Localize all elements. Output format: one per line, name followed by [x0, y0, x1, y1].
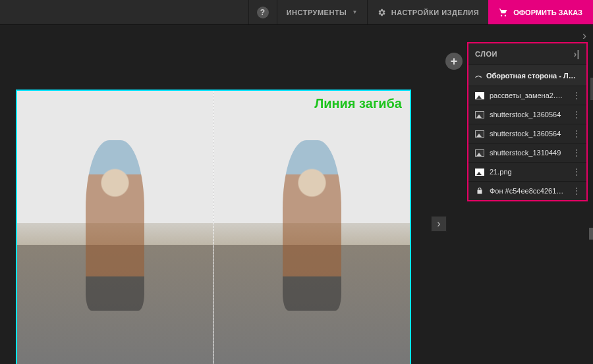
help-button[interactable]: ?	[248, 0, 277, 24]
layer-more-icon[interactable]: ⋮	[572, 186, 581, 195]
tools-label: ИНСТРУМЕНТЫ	[287, 9, 347, 16]
back-cover-page[interactable]	[17, 91, 213, 364]
add-button[interactable]: +	[445, 53, 463, 70]
side-handle[interactable]	[589, 228, 593, 240]
layer-more-icon[interactable]: ⋮	[572, 129, 581, 138]
photo-placeholder	[17, 91, 213, 364]
gear-icon	[377, 8, 386, 17]
tools-menu[interactable]: ИНСТРУМЕНТЫ ▼	[277, 0, 367, 24]
layer-more-icon[interactable]: ⋮	[572, 148, 581, 157]
layer-item[interactable]: shutterstock_1360564⋮	[468, 105, 586, 124]
canvas-container: Корешок Линия загиба	[16, 90, 411, 364]
chevron-down-icon: ▼	[352, 9, 357, 15]
layer-name: shutterstock_1310449	[490, 149, 567, 157]
layer-more-icon[interactable]: ⋮	[572, 91, 581, 100]
layer-more-icon[interactable]: ⋮	[572, 110, 581, 119]
editor-area: › + Корешок Линия загиба › СЛОИ ›| ︿ Обо…	[0, 25, 593, 364]
expand-side-button[interactable]: ›	[431, 216, 447, 232]
side-handle-upper[interactable]	[590, 78, 593, 100]
layer-name: 21.png	[490, 168, 567, 176]
layers-header: СЛОИ ›|	[468, 43, 586, 65]
panel-collapse-right[interactable]: ›	[582, 29, 586, 43]
image-dark-icon	[475, 148, 484, 157]
layer-name: Фон #c54ee8cc426145fbad…	[490, 187, 567, 195]
layer-item[interactable]: рассветы_замена2.png⋮	[468, 86, 586, 105]
lock-icon	[475, 186, 484, 195]
layer-item[interactable]: shutterstock_1360564⋮	[468, 124, 586, 143]
place-order-button[interactable]: ОФОРМИТЬ ЗАКАЗ	[488, 0, 593, 24]
collapse-panel-icon[interactable]: ›|	[573, 49, 580, 59]
order-label: ОФОРМИТЬ ЗАКАЗ	[513, 9, 582, 16]
layer-item[interactable]: Фон #c54ee8cc426145fbad…⋮	[468, 181, 586, 200]
layers-title: СЛОИ	[475, 50, 497, 58]
layer-item[interactable]: 21.png⋮	[468, 162, 586, 181]
layer-name: shutterstock_1360564	[490, 130, 567, 138]
layer-item[interactable]: shutterstock_1310449⋮	[468, 143, 586, 162]
front-cover-page[interactable]: Линия загиба	[214, 91, 410, 364]
chevron-up-icon: ︿	[475, 70, 482, 80]
layer-more-icon[interactable]: ⋮	[572, 167, 581, 176]
help-icon: ?	[257, 7, 269, 18]
top-toolbar: ? ИНСТРУМЕНТЫ ▼ НАСТРОЙКИ ИЗДЕЛИЯ ОФОРМИ…	[0, 0, 593, 25]
fold-label: Линия загиба	[314, 96, 402, 111]
image-dark-icon	[475, 110, 484, 119]
cart-icon	[499, 8, 508, 17]
group-label: Оборотная сторона - Лицевая…	[486, 72, 580, 80]
image-white-icon	[475, 167, 484, 176]
product-settings-button[interactable]: НАСТРОЙКИ ИЗДЕЛИЯ	[367, 0, 488, 24]
image-dark-icon	[475, 129, 484, 138]
layer-list: рассветы_замена2.png⋮shutterstock_136056…	[468, 86, 586, 200]
layers-group-toggle[interactable]: ︿ Оборотная сторона - Лицевая…	[468, 65, 586, 86]
image-white-icon	[475, 91, 484, 100]
layers-panel: СЛОИ ›| ︿ Оборотная сторона - Лицевая… р…	[467, 42, 588, 201]
layer-name: shutterstock_1360564	[490, 111, 567, 118]
photo-placeholder	[214, 91, 410, 364]
spread-canvas[interactable]: Линия загиба	[16, 90, 411, 364]
settings-label: НАСТРОЙКИ ИЗДЕЛИЯ	[391, 9, 479, 16]
layer-name: рассветы_замена2.png	[490, 91, 567, 99]
